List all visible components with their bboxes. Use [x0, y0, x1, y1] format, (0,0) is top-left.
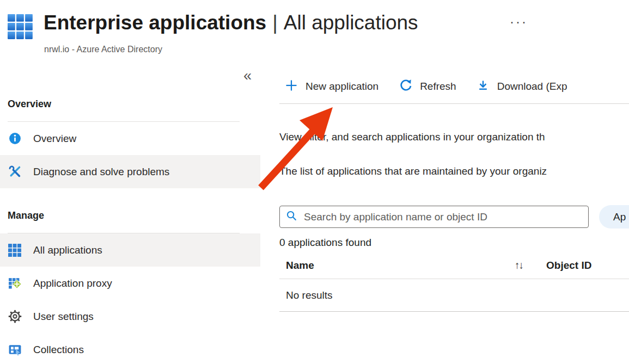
search-input[interactable] — [303, 211, 582, 224]
page-header: Enterprise applications|All applications… — [0, 0, 629, 65]
new-application-button[interactable]: New application — [285, 79, 378, 95]
sidebar-item-all-applications[interactable]: All applications — [0, 233, 260, 267]
sidebar-item-label: Diagnose and solve problems — [33, 166, 169, 178]
grid-icon — [8, 243, 22, 257]
collections-icon — [8, 343, 22, 357]
sidebar-section-overview: Overview — [8, 65, 260, 110]
sort-icon[interactable]: ↑↓ — [508, 260, 546, 272]
sidebar-section-manage: Manage — [8, 188, 260, 221]
column-header-name[interactable]: Name — [279, 260, 508, 272]
more-menu-icon[interactable]: ··· — [510, 14, 528, 29]
sidebar-item-application-proxy[interactable]: Application proxy — [0, 267, 260, 300]
download-icon — [477, 79, 490, 95]
search-icon — [286, 210, 297, 224]
refresh-button[interactable]: Refresh — [399, 78, 456, 95]
sidebar-item-diagnose-and-solve-problems[interactable]: Diagnose and solve problems — [0, 155, 260, 188]
description-line-1: View, filter, and search applications in… — [279, 131, 629, 143]
plus-icon — [285, 79, 298, 95]
tools-icon — [8, 165, 22, 179]
page-title-primary: Enterprise applications — [44, 11, 266, 34]
refresh-label: Refresh — [420, 81, 456, 92]
proxy-icon — [8, 276, 22, 291]
sidebar-item-label: Collections — [33, 344, 84, 356]
sidebar-item-label: All applications — [33, 244, 102, 256]
sidebar-item-label: Application proxy — [33, 277, 112, 289]
table-bottom-divider — [279, 311, 629, 312]
download-export-button[interactable]: Download (Exp — [477, 79, 567, 95]
sidebar: « Overview Overview Diagnose and solve p… — [0, 65, 260, 364]
enterprise-applications-icon — [8, 14, 33, 40]
no-results-label: No results — [286, 289, 333, 301]
page-title: Enterprise applications|All applications — [44, 11, 418, 34]
applications-count: 0 applications found — [279, 237, 629, 249]
application-type-filter-pill[interactable]: Ap — [599, 205, 629, 229]
column-header-object-id[interactable]: Object ID — [546, 260, 591, 272]
filter-pill-label: Ap — [613, 211, 626, 223]
search-filter-row: Ap — [279, 205, 629, 229]
description-line-2: The list of applications that are mainta… — [279, 165, 629, 177]
toolbar-divider — [279, 103, 629, 104]
refresh-icon — [399, 78, 412, 95]
main-content: New application Refresh — [279, 65, 629, 364]
search-box[interactable] — [279, 206, 589, 228]
gear-icon — [8, 310, 22, 324]
page-title-separator: | — [272, 11, 278, 34]
sidebar-item-label: User settings — [33, 311, 94, 323]
sidebar-item-user-settings[interactable]: User settings — [0, 300, 260, 333]
collapse-sidebar-icon[interactable]: « — [243, 69, 252, 83]
page-title-secondary: All applications — [284, 11, 418, 34]
download-label: Download (Exp — [497, 81, 567, 92]
sidebar-item-overview[interactable]: Overview — [0, 122, 260, 155]
sidebar-item-label: Overview — [33, 133, 76, 145]
page-subtitle: nrwl.io - Azure Active Directory — [44, 45, 162, 54]
info-icon — [8, 132, 22, 146]
table-header: Name ↑↓ Object ID — [279, 260, 629, 272]
sidebar-item-collections[interactable]: Collections — [0, 333, 260, 364]
new-application-label: New application — [306, 81, 378, 92]
table-empty-row: No results — [279, 279, 629, 311]
command-bar: New application Refresh — [279, 74, 629, 99]
